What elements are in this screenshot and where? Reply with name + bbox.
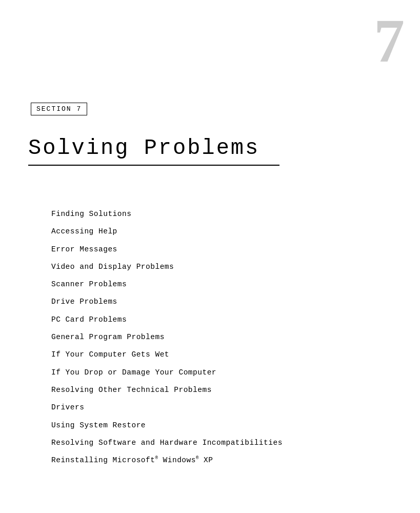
toc-item[interactable]: Drive Problems	[51, 293, 283, 310]
toc-item[interactable]: Drivers	[51, 399, 283, 416]
toc-item-windows[interactable]: Reinstalling Microsoft® Windows® XP	[51, 451, 283, 469]
toc-item[interactable]: Resolving Other Technical Problems	[51, 381, 283, 399]
toc-item[interactable]: PC Card Problems	[51, 311, 283, 328]
toc-item[interactable]: General Program Problems	[51, 328, 283, 346]
chapter-number: 7	[374, 10, 405, 72]
section-badge: SECTION 7	[31, 103, 87, 115]
toc-item[interactable]: Using System Restore	[51, 417, 283, 434]
page-container: 7 SECTION 7 Solving Problems Finding Sol…	[0, 0, 420, 513]
toc-item[interactable]: If Your Computer Gets Wet	[51, 346, 283, 363]
toc-item[interactable]: Accessing Help	[51, 223, 283, 240]
toc-item[interactable]: If You Drop or Damage Your Computer	[51, 364, 283, 381]
toc-item[interactable]: Finding Solutions	[51, 205, 283, 223]
toc-item[interactable]: Video and Display Problems	[51, 258, 283, 275]
toc-container: Finding Solutions Accessing Help Error M…	[51, 205, 283, 469]
toc-item[interactable]: Resolving Software and Hardware Incompat…	[51, 434, 283, 451]
chapter-title: Solving Problems	[28, 136, 279, 166]
toc-item[interactable]: Error Messages	[51, 241, 283, 258]
toc-item[interactable]: Scanner Problems	[51, 275, 283, 293]
